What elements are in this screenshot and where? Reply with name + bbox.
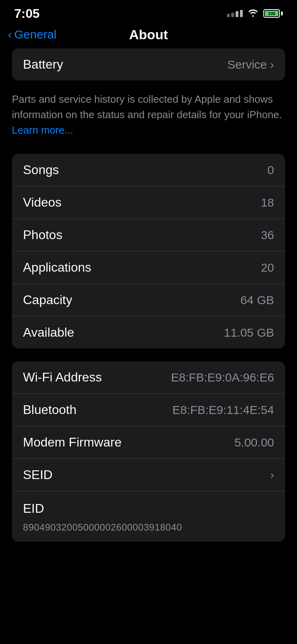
parts-history-info: Parts and service history is collected b…	[0, 85, 297, 146]
status-bar: 7:05 100	[0, 0, 297, 24]
stats-section: Songs 0 Videos 18 Photos 36 Applications…	[12, 154, 285, 349]
modem-firmware-value: 5.00.00	[234, 436, 274, 449]
status-time: 7:05	[14, 6, 40, 21]
chevron-right-icon: ›	[270, 58, 274, 71]
back-button[interactable]: ‹ General	[8, 28, 57, 41]
signal-icon	[227, 10, 243, 17]
battery-service-link[interactable]: Service ›	[227, 58, 274, 71]
photos-row: Photos 36	[12, 218, 285, 251]
seid-chevron-icon: ›	[270, 469, 274, 481]
battery-label: Battery	[23, 57, 63, 72]
battery-section: Battery Service ›	[12, 48, 285, 80]
available-value: 11.05 GB	[224, 326, 274, 339]
modem-firmware-row: Modem Firmware 5.00.00	[12, 426, 285, 458]
back-chevron-icon: ‹	[8, 29, 12, 40]
songs-row: Songs 0	[12, 154, 285, 186]
battery-row[interactable]: Battery Service ›	[12, 48, 285, 80]
applications-value: 20	[261, 261, 274, 274]
capacity-value: 64 GB	[240, 293, 274, 307]
photos-label: Photos	[23, 228, 63, 242]
back-label: General	[14, 28, 57, 41]
bluetooth-row: Bluetooth E8:FB:E9:11:4E:54	[12, 393, 285, 426]
songs-label: Songs	[23, 163, 59, 177]
status-icons: 100	[227, 8, 283, 19]
network-section: Wi-Fi Address E8:FB:E9:0A:96:E6 Bluetoot…	[12, 361, 285, 542]
eid-row: EID	[12, 491, 285, 519]
videos-row: Videos 18	[12, 186, 285, 218]
photos-value: 36	[261, 228, 274, 242]
available-label: Available	[23, 325, 74, 340]
applications-row: Applications 20	[12, 251, 285, 284]
modem-firmware-label: Modem Firmware	[23, 435, 122, 450]
bluetooth-label: Bluetooth	[23, 402, 76, 417]
bluetooth-value: E8:FB:E9:11:4E:54	[172, 403, 274, 417]
songs-value: 0	[267, 163, 274, 177]
wifi-address-value: E8:FB:E9:0A:96:E6	[171, 371, 274, 384]
seid-label: SEID	[23, 468, 53, 482]
battery-icon: 100	[263, 9, 283, 18]
videos-label: Videos	[23, 195, 61, 210]
eid-label: EID	[23, 501, 44, 516]
page-title: About	[129, 27, 168, 42]
available-row: Available 11.05 GB	[12, 316, 285, 349]
wifi-address-row: Wi-Fi Address E8:FB:E9:0A:96:E6	[12, 361, 285, 393]
capacity-label: Capacity	[23, 293, 72, 307]
eid-value: 89049032005000002600003918040	[12, 519, 285, 542]
capacity-row: Capacity 64 GB	[12, 284, 285, 316]
wifi-address-label: Wi-Fi Address	[23, 370, 102, 385]
seid-row[interactable]: SEID ›	[12, 458, 285, 491]
wifi-icon	[248, 8, 259, 19]
nav-bar: ‹ General About	[0, 24, 297, 48]
videos-value: 18	[261, 196, 274, 209]
applications-label: Applications	[23, 260, 91, 275]
learn-more-link[interactable]: Learn more...	[12, 124, 73, 136]
